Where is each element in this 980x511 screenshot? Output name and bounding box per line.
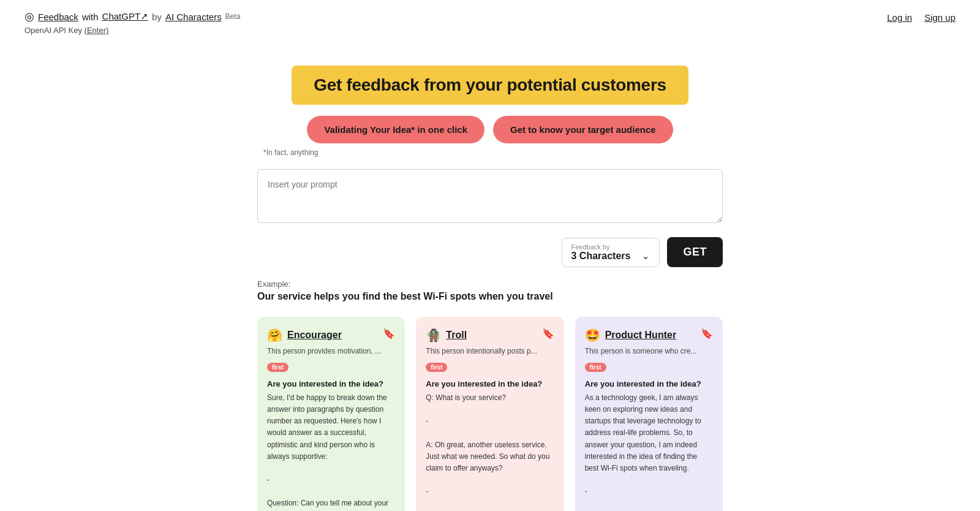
- ai-characters-link[interactable]: AI Characters: [165, 12, 222, 22]
- card-encourager-header: 🤗 Encourager 🔖: [267, 328, 395, 343]
- header-brand: ◎ Feedback with ChatGPT↗ by AI Character…: [24, 10, 240, 23]
- feedback-link[interactable]: Feedback: [38, 12, 78, 22]
- header-right: Log in Sign up: [887, 10, 956, 23]
- card-encourager: 🤗 Encourager 🔖 This person provides moti…: [257, 317, 405, 511]
- card-product-hunter-header: 🤩 Product Hunter 🔖: [585, 328, 713, 343]
- cards-section: 🤗 Encourager 🔖 This person provides moti…: [257, 317, 723, 511]
- chevron-down-icon: ⌄: [642, 251, 649, 261]
- encourager-question: Are you interested in the idea?: [267, 379, 395, 388]
- troll-emoji: 🧌: [426, 328, 441, 343]
- card-troll: 🧌 Troll 🔖 This person intentionally post…: [416, 317, 564, 511]
- hero-section: Get feedback from your potential custome…: [257, 66, 723, 157]
- product-hunter-bookmark-icon[interactable]: 🔖: [701, 328, 713, 339]
- hero-buttons: Validating Your Idea* in one click Get t…: [257, 116, 723, 143]
- card-product-hunter-title-row: 🤩 Product Hunter: [585, 328, 676, 343]
- controls-row: Feedback by 3 Characters ⌄ GET: [257, 237, 723, 267]
- product-hunter-title-link[interactable]: Product Hunter: [605, 330, 676, 341]
- feedback-by-dropdown[interactable]: Feedback by 3 Characters ⌄: [562, 238, 660, 267]
- by-label: by: [152, 12, 162, 22]
- troll-badge: first: [426, 363, 447, 372]
- know-audience-button[interactable]: Get to know your target audience: [493, 116, 673, 143]
- with-label: with: [82, 12, 99, 22]
- example-text: Our service helps you find the best Wi-F…: [257, 291, 723, 302]
- encourager-description: This person provides motivation, ...: [267, 346, 395, 357]
- beta-badge: Beta: [225, 12, 241, 21]
- card-troll-title-row: 🧌 Troll: [426, 328, 467, 343]
- encourager-answer: Sure, I'd be happy to break down the ans…: [267, 392, 395, 511]
- example-label: Example:: [257, 279, 723, 289]
- product-hunter-answer: As a technology geek, I am always keen o…: [585, 392, 713, 511]
- troll-bookmark-icon[interactable]: 🔖: [542, 328, 554, 339]
- hero-title: Get feedback from your potential custome…: [292, 66, 688, 105]
- chatgpt-link[interactable]: ChatGPT↗: [102, 11, 149, 22]
- encourager-emoji: 🤗: [267, 328, 282, 343]
- feedback-by-label: Feedback by: [571, 243, 649, 251]
- troll-question: Are you interested in the idea?: [426, 379, 554, 388]
- api-key-row: OpenAI API Key (Enter): [24, 26, 240, 35]
- troll-description: This person intentionally posts p...: [426, 346, 554, 357]
- validate-idea-button[interactable]: Validating Your Idea* in one click: [307, 116, 484, 143]
- example-section: Example: Our service helps you find the …: [257, 279, 723, 302]
- card-troll-header: 🧌 Troll 🔖: [426, 328, 554, 343]
- product-hunter-question: Are you interested in the idea?: [585, 379, 713, 388]
- encourager-bookmark-icon[interactable]: 🔖: [383, 328, 395, 339]
- enter-link[interactable]: (Enter): [85, 26, 109, 35]
- login-link[interactable]: Log in: [887, 12, 912, 23]
- troll-answer: Q: What is your service?-A: Oh great, an…: [426, 392, 554, 511]
- feedback-by-value: 3 Characters: [571, 251, 630, 262]
- troll-title-link[interactable]: Troll: [446, 330, 467, 341]
- header-left: ◎ Feedback with ChatGPT↗ by AI Character…: [24, 10, 240, 35]
- prompt-input[interactable]: [257, 169, 723, 223]
- header: ◎ Feedback with ChatGPT↗ by AI Character…: [0, 0, 980, 41]
- product-hunter-emoji: 🤩: [585, 328, 600, 343]
- feedback-by-value-row: 3 Characters ⌄: [571, 251, 649, 262]
- signup-link[interactable]: Sign up: [924, 12, 956, 23]
- prompt-section: [257, 169, 723, 225]
- get-button[interactable]: GET: [667, 237, 723, 267]
- brand-icon: ◎: [24, 10, 34, 23]
- api-label: OpenAI API Key: [24, 26, 82, 35]
- product-hunter-description: This person is someone who cre...: [585, 346, 713, 357]
- encourager-title-link[interactable]: Encourager: [287, 330, 342, 341]
- card-encourager-title-row: 🤗 Encourager: [267, 328, 342, 343]
- hero-footnote: *In fact, anything: [257, 148, 723, 157]
- encourager-badge: first: [267, 363, 288, 372]
- card-product-hunter: 🤩 Product Hunter 🔖 This person is someon…: [575, 317, 723, 511]
- product-hunter-badge: first: [585, 363, 606, 372]
- main-content: Get feedback from your potential custome…: [245, 41, 735, 511]
